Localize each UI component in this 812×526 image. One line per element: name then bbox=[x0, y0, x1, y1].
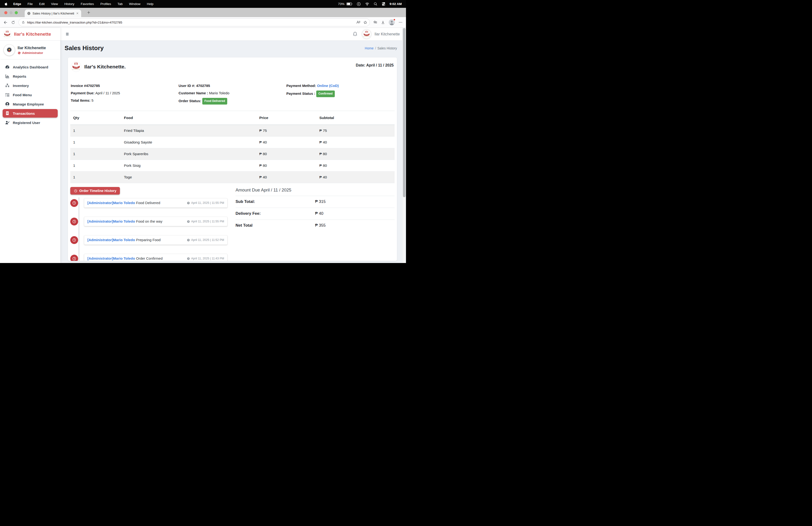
sidebar-item-manage-employee[interactable]: Manage Employee bbox=[3, 100, 58, 108]
timeline-marker bbox=[70, 218, 78, 226]
timeline-list: [Administrator]Mario Toledo Food Deliver… bbox=[70, 198, 228, 261]
sidebar-item-transactions[interactable]: Transactions bbox=[3, 109, 58, 118]
timeline-time-text: April 11, 2025 | 11:55 PM bbox=[191, 201, 224, 204]
menu-item-profiles[interactable]: Profiles bbox=[100, 2, 111, 6]
menu-item-edge[interactable]: Edge bbox=[13, 2, 21, 6]
sidebar-item-registered-user[interactable]: Registered User bbox=[3, 118, 58, 127]
order-timeline-history-button[interactable]: Order Timeline History bbox=[70, 187, 120, 195]
item-food: Fried Tilapia bbox=[121, 125, 257, 137]
menu-item-window[interactable]: Window bbox=[129, 2, 140, 6]
url-text: https://ilar-kitchen.cloud/view_transact… bbox=[27, 21, 354, 24]
browser-menu-icon[interactable] bbox=[398, 20, 403, 25]
list-icon bbox=[5, 93, 10, 97]
battery-icon bbox=[346, 2, 352, 5]
timeline-entry: [Administrator]Mario Toledo Order Confir… bbox=[70, 254, 228, 261]
column-header-price: Price bbox=[257, 111, 317, 125]
timeline-actor[interactable]: [Administrator]Mario Toledo bbox=[87, 201, 135, 205]
browser-tab[interactable]: Sales History | Ilar's Kitchenette bbox=[25, 10, 81, 17]
timeline-timestamp: April 11, 2025 | 11:55 PM bbox=[187, 201, 224, 204]
breadcrumb: Home/Sales History bbox=[365, 46, 397, 50]
close-window-button[interactable] bbox=[4, 11, 8, 14]
account-logo-icon bbox=[362, 30, 371, 39]
order-items-table: QtyFoodPriceSubtotal 1Fried Tilapia₱ 75₱… bbox=[70, 111, 395, 183]
sidebar-item-inventory[interactable]: Inventory bbox=[3, 81, 58, 90]
item-qty: 1 bbox=[70, 125, 121, 137]
menu-item-tab[interactable]: Tab bbox=[117, 2, 123, 6]
zoom-window-button[interactable] bbox=[15, 11, 18, 14]
app-window: Ilar's Kitchenette Ilar Kitchenette Admi… bbox=[0, 28, 406, 263]
item-food: Toge bbox=[121, 172, 257, 183]
invoice-details: Invoice #4702785 Payment Due: April / 11… bbox=[70, 83, 395, 107]
menu-item-edit[interactable]: Edit bbox=[39, 2, 45, 6]
timeline-entry: [Administrator]Mario Toledo Food Deliver… bbox=[70, 198, 228, 208]
close-tab-icon[interactable] bbox=[76, 12, 79, 15]
scrollbar-thumb[interactable] bbox=[403, 28, 406, 197]
amount-row-net-total: Net Total₱ 355 bbox=[235, 219, 395, 231]
timeline-timestamp: April 11, 2025 | 11:52 PM bbox=[187, 238, 224, 242]
globe-icon bbox=[17, 51, 21, 55]
amount-due-panel: Amount Due April / 11 / 2025 Sub Total:₱… bbox=[235, 187, 395, 231]
timeline-marker bbox=[70, 199, 78, 207]
item-food: Pork Sisig bbox=[121, 160, 257, 172]
timeline-actor[interactable]: [Administrator]Mario Toledo bbox=[87, 238, 135, 242]
browser-toolbar: https://ilar-kitchen.cloud/view_transact… bbox=[0, 17, 406, 28]
table-row: 1Fried Tilapia₱ 75₱ 75 bbox=[70, 125, 395, 137]
apple-icon[interactable] bbox=[4, 2, 8, 6]
payment-status-badge: Confirmed bbox=[316, 90, 335, 97]
control-center-icon[interactable] bbox=[381, 2, 386, 6]
browser-profile-avatar[interactable] bbox=[389, 19, 395, 26]
hamburger-menu-icon[interactable] bbox=[66, 32, 70, 36]
payment-status-label: Payment Status : bbox=[286, 91, 315, 96]
timeline-actor[interactable]: [Administrator]Mario Toledo bbox=[87, 256, 135, 260]
sidebar-item-reports[interactable]: Reports bbox=[3, 72, 58, 81]
spotlight-search-icon[interactable] bbox=[374, 2, 377, 6]
new-tab-button[interactable] bbox=[85, 8, 92, 17]
refresh-icon[interactable] bbox=[11, 20, 15, 25]
invoice-date: Date: April / 11 / 2025 bbox=[356, 61, 394, 68]
read-aloud-icon[interactable] bbox=[356, 20, 360, 25]
payment-due-value: April / 11 / 2025 bbox=[95, 91, 120, 95]
minimize-window-button[interactable] bbox=[10, 11, 13, 14]
timeline-actor[interactable]: [Administrator]Mario Toledo bbox=[87, 219, 135, 223]
account-avatar[interactable] bbox=[362, 30, 371, 39]
menu-item-help[interactable]: Help bbox=[147, 2, 154, 6]
user-icon bbox=[5, 102, 10, 106]
menu-item-favorites[interactable]: Favorites bbox=[81, 2, 94, 6]
clock-icon bbox=[187, 201, 190, 204]
boxes-icon bbox=[5, 83, 10, 88]
wifi-icon[interactable] bbox=[365, 2, 369, 6]
timeline-event: Food Delivered bbox=[136, 201, 160, 205]
timeline-timestamp: April 11, 2025 | 11:43 PM bbox=[187, 257, 224, 260]
sidebar-item-food-menu[interactable]: Food Menu bbox=[3, 90, 58, 99]
amount-rows: Sub Total:₱ 315Delivery Fee:₱ 40Net Tota… bbox=[235, 196, 395, 231]
favorites-bar-icon[interactable] bbox=[373, 20, 377, 25]
timeline-entry: [Administrator]Mario Toledo Food on the … bbox=[70, 217, 228, 226]
item-food: Gisadong Sayote bbox=[121, 137, 257, 148]
user-role: Administrator bbox=[22, 51, 43, 55]
menu-item-history[interactable]: History bbox=[64, 2, 74, 6]
scrollbar-track[interactable] bbox=[402, 28, 406, 263]
notifications-bell-icon[interactable] bbox=[352, 31, 358, 37]
timeline-event: Order Confirmed bbox=[136, 256, 163, 260]
column-header-subtotal: Subtotal bbox=[317, 111, 395, 125]
amount-label: Sub Total: bbox=[235, 199, 315, 204]
back-icon[interactable] bbox=[3, 20, 8, 25]
brand-name: Ilar's Kitchenette bbox=[14, 32, 51, 37]
favorite-star-icon[interactable] bbox=[363, 20, 367, 25]
menu-item-view[interactable]: View bbox=[51, 2, 58, 6]
address-bar[interactable]: https://ilar-kitchen.cloud/view_transact… bbox=[18, 18, 370, 26]
menu-item-file[interactable]: File bbox=[28, 2, 33, 6]
payment-method-link[interactable]: Online (CoD) bbox=[317, 84, 339, 88]
page-title: Sales History bbox=[64, 44, 104, 52]
clock-icon bbox=[74, 189, 77, 193]
item-price: ₱ 80 bbox=[257, 160, 317, 172]
downloads-icon[interactable] bbox=[381, 20, 385, 25]
invoice-number: Invoice #4702785 bbox=[71, 84, 100, 88]
play-circle-icon[interactable] bbox=[357, 2, 361, 6]
sidebar-item-analytics-dashboard[interactable]: Analytics Dashboard bbox=[3, 63, 58, 71]
sidebar-brand[interactable]: Ilar's Kitchenette bbox=[0, 28, 60, 41]
timeline-marker bbox=[70, 255, 78, 261]
user-id: User ID #: 4702785 bbox=[178, 84, 210, 88]
breadcrumb-home-link[interactable]: Home bbox=[365, 46, 374, 50]
clock-icon bbox=[72, 257, 76, 261]
